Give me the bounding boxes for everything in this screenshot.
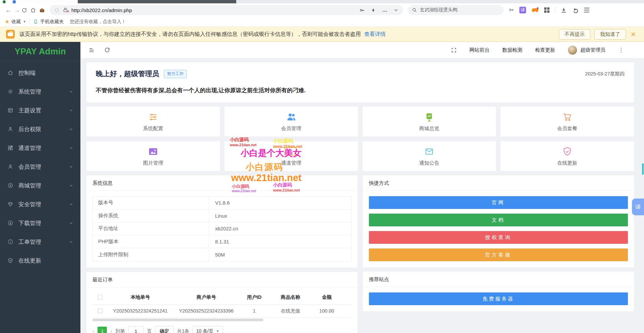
- info-value: xb2022.cn: [209, 222, 238, 235]
- sidebar-item-label: 控制端: [18, 69, 36, 77]
- sidebar-item-mall[interactable]: 商城管理: [0, 176, 80, 195]
- bookmarks-hint[interactable]: 您还没有收藏，点击导入！: [70, 19, 126, 25]
- browser-toolbar: ← → ✕ http://xb2022.cn/admin.php … 玄武湖惊现…: [0, 3, 644, 17]
- favorites-star-icon[interactable]: ★: [5, 18, 9, 25]
- user-menu[interactable]: 超级管理员: [568, 46, 605, 55]
- reload-icon[interactable]: [21, 7, 30, 13]
- panel-title: 推荐站点: [363, 272, 634, 287]
- license-query-button[interactable]: 授权查询: [369, 231, 628, 244]
- info-value: V1.8.6: [209, 197, 230, 209]
- shortcut-card-announcements[interactable]: 通知公告: [363, 141, 496, 171]
- screenshot-scissors-icon[interactable]: ✂: [509, 6, 514, 14]
- shortcut-card-online-update[interactable]: 在线更新: [501, 141, 634, 171]
- history-undo-icon[interactable]: [572, 7, 579, 13]
- sidebar-item-admin-perms[interactable]: 后台权限: [0, 120, 80, 138]
- apps-grid-icon[interactable]: [544, 7, 550, 13]
- chevron-down-icon: [69, 127, 73, 131]
- sidebar-item-tickets[interactable]: 工单管理: [0, 232, 80, 251]
- info-label: PHP版本: [93, 235, 209, 248]
- sidebar-item-label: 工单管理: [18, 238, 41, 246]
- forward-icon[interactable]: →: [13, 7, 21, 14]
- briefcase-icon[interactable]: [39, 7, 48, 13]
- mobile-folder-label[interactable]: 手机收藏夹: [40, 19, 64, 25]
- warning-details-link[interactable]: 查看详情: [364, 31, 386, 38]
- shortcut-label: 通道管理: [281, 160, 301, 166]
- refresh-icon[interactable]: [104, 47, 110, 53]
- orders-table-header: 本地单号 商户单号 用户ID 商品名称 金额: [92, 290, 351, 305]
- warning-confirm-button[interactable]: 我知道了: [594, 29, 626, 40]
- warning-close-icon[interactable]: ✕: [631, 31, 636, 38]
- translate-fab[interactable]: 译: [632, 199, 644, 215]
- menu-icon[interactable]: [584, 8, 589, 12]
- scrollbar-thumb[interactable]: [642, 163, 644, 175]
- next-page-icon[interactable]: ›: [110, 328, 112, 333]
- url-text[interactable]: http://xb2022.cn/admin.php: [71, 7, 132, 13]
- sidebar-item-downloads[interactable]: 下载管理: [0, 214, 80, 232]
- sidebar-item-security[interactable]: 安全管理: [0, 195, 80, 214]
- translate-extension-icon[interactable]: 译: [519, 7, 526, 13]
- warning-dismiss-button[interactable]: 不再提示: [559, 29, 590, 40]
- browser-tab[interactable]: [0, 0, 78, 3]
- game-center-icon[interactable]: [531, 7, 539, 13]
- nav-data-check[interactable]: 数据检测: [502, 47, 522, 53]
- sidebar-item-dashboard[interactable]: 控制端: [0, 63, 80, 82]
- horizontal-scrollbar[interactable]: [92, 319, 351, 321]
- address-bar[interactable]: ✕ http://xb2022.cn/admin.php …: [50, 5, 403, 15]
- pagination: ‹ 1 › 到第 1 页 确定 共1条 10 条/页 ▼: [86, 321, 358, 333]
- more-tools-icon[interactable]: …: [382, 7, 388, 13]
- nav-site-front[interactable]: 网站前台: [469, 47, 490, 53]
- chevron-down-icon: [69, 108, 73, 112]
- shortcut-grid: 系统配置 会员管理 商城总览 会员套餐 图片管理 通道管理 通知公告 在线更新: [86, 107, 634, 171]
- free-server-button[interactable]: 免费服务器: [369, 292, 628, 305]
- shortcut-card-mall-overview[interactable]: 商城总览: [363, 107, 496, 136]
- browser-tab-inactive[interactable]: [78, 0, 236, 3]
- sidebar-item-channels[interactable]: 通道管理: [0, 138, 80, 157]
- site-info-icon[interactable]: [54, 8, 59, 13]
- sidebar-item-members[interactable]: 会员管理: [0, 157, 80, 176]
- shortcut-card-members[interactable]: 会员管理: [224, 107, 358, 136]
- official-support-button[interactable]: 官方客服: [369, 248, 628, 261]
- dropdown-chevron-icon[interactable]: [394, 8, 398, 12]
- nav-check-update[interactable]: 检查更新: [535, 47, 555, 53]
- collapse-menu-icon[interactable]: [88, 47, 95, 53]
- fullscreen-icon[interactable]: [451, 47, 457, 53]
- page-input[interactable]: 1: [128, 326, 144, 333]
- insecure-lock-icon[interactable]: ✕: [63, 7, 68, 13]
- table-row: 平台地址 xb2022.cn: [93, 222, 351, 235]
- chevron-down-icon: ▼: [216, 329, 219, 333]
- confirm-page-button[interactable]: 确定: [155, 326, 174, 333]
- prev-page-icon[interactable]: ‹: [92, 328, 94, 333]
- shortcut-card-channels[interactable]: 通道管理: [224, 141, 358, 171]
- shortcut-card-images[interactable]: 图片管理: [86, 141, 220, 171]
- status-badge: 努力工作: [164, 70, 187, 78]
- current-page-button[interactable]: 1: [98, 327, 107, 333]
- back-icon[interactable]: ←: [4, 7, 13, 14]
- shortcut-label: 通知公告: [419, 160, 439, 166]
- chevron-down-icon: [69, 221, 73, 225]
- panel-title: 快捷方式: [363, 175, 634, 190]
- password-key-icon[interactable]: [359, 7, 365, 13]
- favorites-label[interactable]: 收藏: [11, 19, 21, 25]
- home-icon[interactable]: [30, 7, 39, 13]
- per-page-select[interactable]: 10 条/页 ▼: [192, 326, 223, 333]
- search-box[interactable]: 玄武湖惊现烫头鸭: [408, 5, 504, 15]
- sidebar-item-system[interactable]: 系统管理: [0, 82, 80, 101]
- search-hotword[interactable]: 玄武湖惊现烫头鸭: [420, 7, 457, 13]
- shortcut-card-member-plans[interactable]: 会员套餐: [501, 107, 634, 136]
- row-checkbox[interactable]: [98, 309, 103, 313]
- panel-title: 最近订单: [86, 272, 358, 287]
- kebab-menu-icon[interactable]: ⋮: [618, 47, 624, 54]
- sidebar-item-theme[interactable]: 主题设置: [0, 101, 80, 120]
- docs-button[interactable]: 文档: [369, 214, 628, 226]
- sidebar-item-online-update[interactable]: 在线更新: [0, 251, 80, 270]
- shortcut-card-system-config[interactable]: 系统配置: [86, 107, 220, 136]
- select-all-checkbox[interactable]: [98, 295, 103, 299]
- browser-tab-strip: [0, 0, 644, 3]
- official-site-button[interactable]: 官网: [369, 196, 628, 209]
- downloads-icon[interactable]: [561, 7, 567, 13]
- table-row: PHP版本 8.1.31: [93, 235, 351, 248]
- flash-save-icon[interactable]: [371, 8, 376, 13]
- info-label: 操作系统: [93, 210, 209, 222]
- favorites-caret-icon[interactable]: ▼: [23, 20, 26, 23]
- bookmarks-divider: [29, 19, 30, 24]
